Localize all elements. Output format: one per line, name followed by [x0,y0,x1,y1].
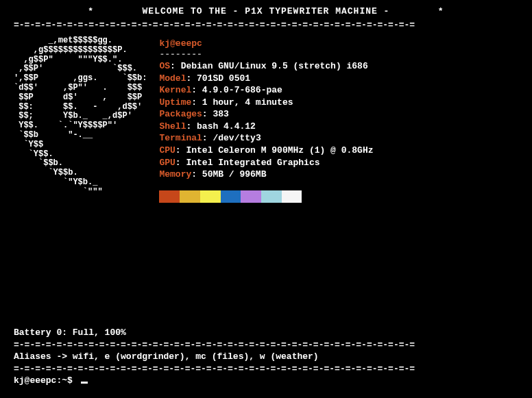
info-model: Model: 701SD 0501 [159,73,373,85]
info-terminal: Terminal: /dev/tty3 [159,132,373,145]
info-kernel: Kernel: 4.9.0-7-686-pae [159,84,373,97]
info-cpu-value: Intel Celeron M 900MHz (1) @ 0.8GHz [186,145,373,156]
star-right-icon: * [438,6,444,16]
info-memory-value: 50MB / 996MB [202,169,267,179]
palette-swatch-white [282,190,302,203]
info-gpu: GPU: Intel Integrated Graphics [159,157,373,169]
info-gpu-label: GPU [159,158,175,168]
bottom-section: Battery 0: Full, 100% =-=-=-=-=-=-=-=-=-… [14,327,518,387]
info-memory: Memory: 50MB / 996MB [159,169,373,181]
info-shell: Shell: bash 4.4.12 [159,121,373,133]
info-uptime: Uptime: 1 hour, 4 minutes [159,97,373,109]
info-shell-label: Shell [159,121,186,132]
palette-swatch-red [159,190,180,203]
palette-swatch-magenta [241,190,261,203]
info-os-label: OS [159,61,170,71]
info-terminal-label: Terminal [159,133,202,143]
info-packages-label: Packages [159,109,202,119]
at-sign: @ [170,38,176,49]
star-left-icon: * [88,6,94,16]
info-gpu-value: Intel Integrated Graphics [186,158,319,168]
palette-swatch-yellow [200,190,221,203]
username: kj [159,38,170,49]
info-uptime-label: Uptime [159,97,191,108]
info-uptime-value: 1 hour, 4 minutes [202,97,293,108]
hostname: eeepc [176,38,202,49]
divider-mid: =-=-=-=-=-=-=-=-=-=-=-=-=-=-=-=-=-=-=-=-… [14,339,518,351]
divider-bottom: =-=-=-=-=-=-=-=-=-=-=-=-=-=-=-=-=-=-=-=-… [14,363,518,375]
debian-swirl-logo: _,met$$$$$gg. ,g$$$$$$$$$$$$$$$P. ,g$$P"… [14,36,147,197]
color-palette [159,190,302,203]
system-info: kj@eeepc -------- OS: Debian GNU/Linux 9… [159,38,373,203]
info-model-value: 701SD 0501 [197,73,250,84]
aliases-line: Aliases -> wifi, e (wordgrinder), mc (fi… [14,351,518,363]
shell-prompt[interactable]: kj@eeepc:~$ [14,375,518,387]
info-kernel-label: Kernel [159,85,191,95]
welcome-text: WELCOME TO THE - P1X TYPEWRITER MACHINE … [143,6,390,16]
cursor-icon [81,382,88,384]
info-model-label: Model [159,73,186,84]
info-kernel-value: 4.9.0-7-686-pae [202,85,282,95]
prompt-text: kj@eeepc:~$ [14,375,78,386]
userhost-underline: -------- [159,49,373,61]
info-cpu: CPU: Intel Celeron M 900MHz (1) @ 0.8GHz [159,145,373,157]
info-shell-value: bash 4.4.12 [197,121,256,132]
info-terminal-value: /dev/tty3 [213,133,261,143]
info-cpu-label: CPU [159,145,175,156]
welcome-header: * WELCOME TO THE - P1X TYPEWRITER MACHIN… [14,5,518,18]
info-packages: Packages: 383 [159,108,373,121]
palette-swatch-cyan [261,190,282,203]
palette-swatch-blue [221,190,241,203]
divider-top: =-=-=-=-=-=-=-=-=-=-=-=-=-=-=-=-=-=-=-=-… [14,19,518,32]
battery-status: Battery 0: Full, 100% [14,327,518,339]
neofetch-output: _,met$$$$$gg. ,g$$$$$$$$$$$$$$$P. ,g$$P"… [14,36,518,203]
info-os: OS: Debian GNU/Linux 9.5 (stretch) i686 [159,60,373,73]
info-packages-value: 383 [213,109,228,119]
palette-swatch-orange [180,190,200,203]
info-memory-label: Memory [159,169,191,179]
info-os-value: Debian GNU/Linux 9.5 (stretch) i686 [181,61,368,71]
